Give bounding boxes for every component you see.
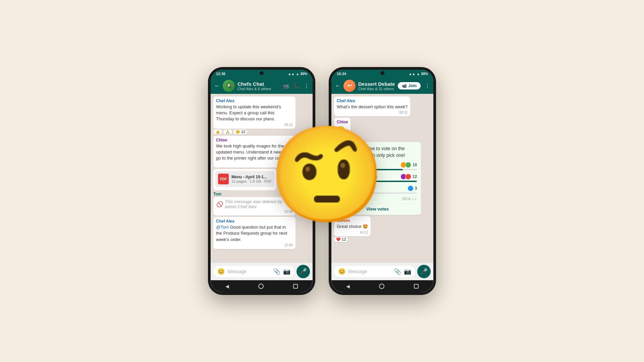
msg-time-2: 09:33 [216, 162, 293, 166]
r-msg-text-2: 😊 [337, 125, 348, 134]
status-icons-left: ▲▲ ▲ 80% [288, 72, 307, 76]
chat-body-right: Chef Alex What's the dessert option this… [331, 94, 433, 263]
join-video-icon: 📹 [402, 83, 407, 88]
poll-bar-track-chocolate-cake [338, 181, 417, 182]
message-input-container-right[interactable]: 😊 Message 📎 📷 [334, 266, 415, 277]
reaction-pray: 🙏 [223, 129, 232, 134]
chat-header-right: ← 🍰 Dessert Debate Chef Alex & 31 others… [331, 78, 433, 94]
phone-left: 12:36 ▲▲ ▲ 80% ← 🍳 Chefs Chat Chef Alex … [208, 67, 315, 295]
r-message-2: Chloe 😊 08:36 [334, 118, 351, 141]
back-button-right[interactable]: ← [335, 82, 341, 89]
pdf-meta: 12 pages · 1.8 GB · PDF [231, 179, 272, 183]
poll-bar-track-cheesecake [338, 192, 417, 194]
poll-option-cheesecake[interactable]: Cheesecake 3 [338, 185, 417, 194]
group-avatar-right: 🍰 [343, 80, 356, 92]
message-placeholder-left[interactable]: Message [227, 269, 270, 274]
attach-icon-left[interactable]: 📎 [273, 268, 280, 275]
sender-chef-alex-1: Chef Alex [216, 99, 293, 103]
notch-left [260, 71, 264, 75]
message-5: Chef Alex @Tom Good question but put tha… [213, 217, 296, 249]
poll-bar-fill-chocolate-cake [338, 181, 417, 182]
message-wrapper-2: Chloe We took high quality images for th… [213, 136, 310, 168]
message-wrapper-3: PDF Menu - April 15-1... 12 pages · 1.8 … [213, 169, 310, 190]
r-sender-steven: Steven [337, 218, 368, 223]
back-nav-right[interactable]: ◀ [346, 284, 350, 289]
r-message-1: Chef Alex What's the dessert option this… [334, 97, 410, 116]
attach-icon-right[interactable]: 📎 [394, 268, 401, 275]
group-name-left: Chefs Chat [237, 81, 280, 87]
r-sender-chloe: Chloe [337, 120, 348, 124]
deleted-text: This message was deleted by admin Chef A… [225, 199, 293, 209]
notch-right [380, 71, 384, 75]
poll-time: 09:16 ✓✓ [402, 197, 417, 201]
recent-nav-left[interactable] [293, 284, 298, 289]
msg-time-1: 09:12 [216, 123, 293, 127]
group-subtitle-right: Chef Alex & 31 others [358, 87, 395, 91]
pdf-info: Menu - April 15-1... 12 pages · 1.8 GB ·… [231, 175, 272, 183]
r-message-wrapper-3: Okay team – time to vote on the dessert … [334, 142, 431, 215]
poll-bubble: Okay team – time to vote on the dessert … [334, 142, 421, 215]
r-message-wrapper-1: Chef Alex What's the dessert option this… [334, 97, 431, 116]
wifi-icon-right: ▲ [417, 72, 420, 76]
sender-tom: Tom [213, 192, 221, 196]
back-nav-left[interactable]: ◀ [225, 284, 229, 289]
message-1: Chef Alex Working to update this weekend… [213, 97, 296, 129]
emoji-input-icon-right[interactable]: 😊 [338, 268, 345, 275]
poll-option-chocolate-cake[interactable]: Chocolate Cake 12 [338, 174, 417, 182]
status-time-left: 12:36 [216, 72, 225, 76]
group-avatar-left: 🍳 [223, 80, 235, 92]
pdf-attachment[interactable]: PDF Menu - April 15-1... 12 pages · 1.8 … [215, 171, 274, 187]
reaction-thumbsup: 👍 [213, 129, 222, 134]
message-input-container-left[interactable]: 😊 Message 📎 📷 [213, 266, 294, 277]
poll-bar-track-gelato [338, 169, 417, 170]
status-time-right: 16:24 [337, 72, 346, 76]
status-bar-left: 12:36 ▲▲ ▲ 80% [211, 70, 313, 78]
message-3-pdf: PDF Menu - April 15-1... 12 pages · 1.8 … [213, 169, 276, 190]
home-nav-left[interactable] [258, 284, 264, 289]
chat-info-right: Dessert Debate Chef Alex & 31 others [358, 81, 395, 91]
chat-input-left: 😊 Message 📎 📷 🎤 [211, 263, 313, 280]
group-name-right: Dessert Debate [358, 81, 395, 87]
menu-icon-left[interactable]: ⋮ [304, 83, 309, 89]
poll-option-name-cheesecake: Cheesecake [346, 186, 370, 191]
poll-radio-gelato[interactable] [338, 162, 343, 168]
emoji-input-icon-left[interactable]: 😊 [217, 268, 225, 275]
msg-text-2: We took high quality images for the upda… [216, 143, 293, 162]
r-message-4: Steven Great choice 🤩 14:12 [334, 216, 371, 236]
menu-icon-right[interactable]: ⋮ [425, 83, 430, 89]
voice-call-icon[interactable]: 📞 [293, 83, 300, 89]
battery-left: 80% [301, 72, 307, 76]
poll-votes-chocolate-cake: 12 [400, 174, 417, 180]
chat-header-left: ← 🍳 Chefs Chat Chef Alex & 6 others 📹 📞 … [211, 78, 313, 94]
r-reactions-4: ❤️ 12 [334, 237, 348, 242]
view-votes-button[interactable]: View votes [338, 203, 417, 212]
nav-bar-left: ◀ [211, 280, 313, 292]
message-placeholder-right[interactable]: Message [348, 269, 391, 274]
reactions-1: 👍 🙏 🙂 12 [213, 129, 247, 134]
message-2: Chloe We took high quality images for th… [213, 136, 296, 168]
poll-option-gelato[interactable]: Gelato 10 [338, 162, 417, 170]
poll-option-name-gelato: Gelato [346, 163, 359, 168]
chat-input-right: 😊 Message 📎 📷 🎤 [331, 263, 433, 280]
r-msg-text-1: What's the dessert option this week? [337, 104, 408, 110]
r-reaction-heart: ❤️ 12 [334, 237, 348, 242]
join-button[interactable]: 📹 Join [398, 82, 421, 89]
recent-nav-right[interactable] [414, 284, 419, 289]
message-wrapper-4: Tom 🚫 This message was deleted by admin … [213, 192, 310, 216]
poll-radio-chocolate-cake[interactable] [338, 174, 343, 179]
poll-option-name-chocolate-cake: Chocolate Cake [346, 174, 377, 179]
back-button-left[interactable]: ← [214, 82, 220, 89]
camera-icon-left[interactable]: 📷 [283, 268, 290, 275]
r-message-wrapper-2: Chloe 😊 08:36 [334, 118, 431, 141]
r-msg-time-1: 08:31 [337, 111, 408, 114]
poll-radio-cheesecake[interactable] [338, 186, 343, 191]
mic-button-right[interactable]: 🎤 [417, 265, 431, 278]
poll-votes-cheesecake: 3 [408, 185, 417, 191]
video-call-icon[interactable]: 📹 [282, 83, 289, 89]
msg-text-1: Working to update this weekend's menu. E… [216, 104, 293, 122]
camera-icon-right[interactable]: 📷 [404, 268, 411, 275]
battery-right: 80% [421, 72, 428, 76]
group-subtitle-left: Chef Alex & 6 others [237, 87, 280, 91]
mic-button-left[interactable]: 🎤 [297, 265, 310, 278]
home-nav-right[interactable] [379, 284, 384, 289]
